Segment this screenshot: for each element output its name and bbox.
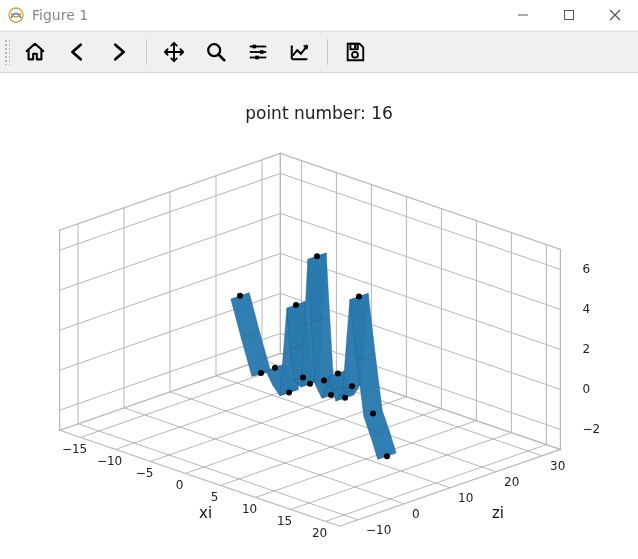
svg-text:10: 10 xyxy=(242,502,257,516)
toolbar-separator xyxy=(146,39,147,65)
svg-point-87 xyxy=(272,365,278,371)
zoom-button[interactable] xyxy=(197,35,235,69)
svg-text:2: 2 xyxy=(582,342,590,356)
svg-text:20: 20 xyxy=(312,526,327,540)
svg-point-96 xyxy=(342,395,348,401)
svg-text:20: 20 xyxy=(504,475,519,489)
home-button[interactable] xyxy=(16,35,54,69)
svg-text:30: 30 xyxy=(550,459,565,473)
app-icon xyxy=(8,7,24,23)
toolbar-grip xyxy=(4,39,10,65)
svg-rect-2 xyxy=(565,11,574,20)
svg-line-6 xyxy=(219,55,225,61)
matplotlib-toolbar xyxy=(0,31,638,73)
svg-text:−15: −15 xyxy=(62,442,87,456)
window-minimize-button[interactable] xyxy=(500,0,546,30)
svg-point-98 xyxy=(356,294,362,300)
configure-subplots-button[interactable] xyxy=(239,35,277,69)
svg-text:0: 0 xyxy=(582,382,590,396)
svg-text:−10: −10 xyxy=(97,454,122,468)
edit-axes-button[interactable] xyxy=(281,35,319,69)
svg-point-92 xyxy=(314,253,320,259)
svg-point-88 xyxy=(286,390,292,396)
pan-button[interactable] xyxy=(155,35,193,69)
svg-point-0 xyxy=(9,8,23,22)
svg-point-89 xyxy=(293,302,299,308)
svg-point-15 xyxy=(352,52,358,58)
back-button[interactable] xyxy=(58,35,96,69)
svg-text:15: 15 xyxy=(277,514,292,528)
forward-button[interactable] xyxy=(100,35,138,69)
svg-point-93 xyxy=(321,378,327,384)
svg-point-99 xyxy=(370,410,376,416)
svg-point-97 xyxy=(349,383,355,389)
window-close-button[interactable] xyxy=(592,0,638,30)
window-title: Figure 1 xyxy=(32,7,88,23)
svg-rect-14 xyxy=(354,45,356,49)
svg-text:xi: xi xyxy=(199,504,212,522)
window-maximize-button[interactable] xyxy=(546,0,592,30)
svg-text:−2: −2 xyxy=(582,422,600,436)
svg-text:zi: zi xyxy=(492,504,504,522)
svg-point-86 xyxy=(258,370,264,376)
toolbar-separator xyxy=(327,39,328,65)
svg-text:5: 5 xyxy=(211,490,219,504)
svg-rect-10 xyxy=(260,50,264,54)
svg-point-90 xyxy=(300,374,306,380)
svg-text:0: 0 xyxy=(176,478,184,492)
save-button[interactable] xyxy=(336,35,374,69)
svg-text:4: 4 xyxy=(582,302,590,316)
svg-rect-8 xyxy=(253,45,257,49)
svg-rect-12 xyxy=(255,56,259,60)
svg-marker-69 xyxy=(308,253,330,323)
svg-point-91 xyxy=(307,381,313,387)
window-titlebar: Figure 1 xyxy=(0,0,638,31)
svg-text:6: 6 xyxy=(582,262,590,276)
svg-point-95 xyxy=(335,370,341,376)
plot-area[interactable]: point number: 16 −15−10−505101520−100102… xyxy=(0,73,638,559)
svg-point-85 xyxy=(237,293,243,299)
svg-text:−10: −10 xyxy=(366,523,391,537)
chart-3d: −15−10−505101520−100102030−20246xizi xyxy=(0,73,638,559)
svg-text:0: 0 xyxy=(412,507,420,521)
svg-text:−5: −5 xyxy=(136,466,154,480)
svg-point-100 xyxy=(384,453,390,459)
svg-rect-13 xyxy=(350,44,357,50)
svg-point-94 xyxy=(328,392,334,398)
svg-text:10: 10 xyxy=(458,491,473,505)
svg-marker-70 xyxy=(311,316,333,384)
